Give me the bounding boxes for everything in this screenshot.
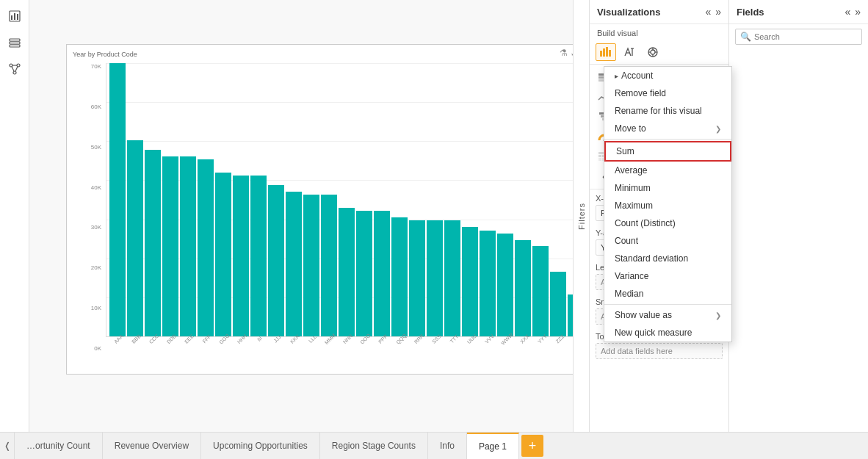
fields-panel-header: Fields « » xyxy=(729,0,868,24)
context-menu-median[interactable]: Median xyxy=(604,285,731,303)
svg-rect-4 xyxy=(10,39,20,41)
maximum-label: Maximum xyxy=(615,200,653,211)
fields-collapse-left[interactable]: « xyxy=(845,6,850,18)
count-label: Count xyxy=(615,236,638,246)
sum-label: Sum xyxy=(616,146,634,156)
svg-rect-5 xyxy=(10,42,20,44)
tab-opportunity-count[interactable]: …ortunity Count xyxy=(15,433,103,459)
context-menu-account[interactable]: ▸ Account xyxy=(604,67,731,84)
context-menu-std-dev[interactable]: Standard deviation xyxy=(604,250,731,267)
bars-area xyxy=(106,63,587,337)
chart-bar[interactable] xyxy=(215,173,231,336)
svg-rect-15 xyxy=(606,47,608,57)
chart-bar[interactable] xyxy=(109,63,126,336)
chart-bar[interactable] xyxy=(391,217,408,336)
move-to-chevron: ❯ xyxy=(715,125,721,133)
svg-point-21 xyxy=(651,50,655,54)
chart-bar[interactable] xyxy=(286,192,302,336)
chart-bar[interactable] xyxy=(444,220,460,336)
context-menu-new-quick-measure[interactable]: New quick measure xyxy=(604,324,731,341)
show-value-label: Show value as xyxy=(615,310,672,320)
chart-bar[interactable] xyxy=(233,176,249,336)
fields-panel-arrows: « » xyxy=(845,6,861,18)
tab-revenue-overview[interactable]: Revenue Overview xyxy=(103,433,201,459)
chart-visual[interactable]: Year by Product Code ⚗ ⤢ ··· 70K 60K 50K… xyxy=(66,44,589,375)
chart-bar[interactable] xyxy=(480,231,496,336)
chart-bar[interactable] xyxy=(250,176,267,336)
svg-line-11 xyxy=(12,67,14,72)
tab-add-button[interactable]: + xyxy=(521,435,543,457)
context-menu-sum[interactable]: Sum xyxy=(604,141,731,162)
chart-bar[interactable] xyxy=(162,156,178,336)
new-quick-measure-label: New quick measure xyxy=(615,328,692,338)
viz-collapse-left[interactable]: « xyxy=(705,6,711,18)
y-label-60k: 60K xyxy=(91,104,101,110)
chart-bar[interactable] xyxy=(321,195,337,336)
tab-info[interactable]: Info xyxy=(428,433,467,459)
context-menu-count-distinct[interactable]: Count (Distinct) xyxy=(604,214,731,232)
viz-panel-arrows: « » xyxy=(705,6,721,18)
viz-tab-chart[interactable] xyxy=(596,43,616,61)
context-menu-rename[interactable]: Rename for this visual xyxy=(604,102,731,120)
chart-bar[interactable] xyxy=(180,156,196,336)
chart-bar[interactable] xyxy=(550,272,566,336)
tab-region-stage-counts[interactable]: Region Stage Counts xyxy=(320,433,428,459)
tooltips-dropzone[interactable]: Add data fields here xyxy=(596,343,723,359)
viz-tab-format[interactable] xyxy=(619,43,640,61)
chart-bar[interactable] xyxy=(356,211,372,336)
context-menu-move-to[interactable]: Move to ❯ xyxy=(604,120,731,137)
fields-collapse-right[interactable]: » xyxy=(855,6,861,18)
show-value-chevron: ❯ xyxy=(715,311,721,319)
context-menu-remove-field[interactable]: Remove field xyxy=(604,84,731,102)
chart-bar[interactable] xyxy=(497,234,513,336)
viz-tab-analytics[interactable] xyxy=(643,43,663,61)
fields-panel: Fields « » 🔍 xyxy=(728,0,868,432)
chart-bar[interactable] xyxy=(409,220,425,336)
search-input[interactable] xyxy=(754,32,857,41)
filter-icon[interactable]: ⚗ xyxy=(560,48,568,58)
remove-field-label: Remove field xyxy=(615,88,666,98)
chart-bar[interactable] xyxy=(145,150,161,336)
fields-panel-title: Fields xyxy=(737,7,764,18)
left-sidebar xyxy=(0,0,29,432)
svg-rect-16 xyxy=(609,50,611,57)
y-label-20k: 20K xyxy=(91,264,101,271)
svg-rect-86 xyxy=(598,158,601,161)
context-menu-variance[interactable]: Variance xyxy=(604,267,731,285)
model-icon[interactable] xyxy=(4,59,25,79)
context-menu: ▸ Account Remove field Rename for this v… xyxy=(604,66,732,342)
chart-bar[interactable] xyxy=(198,159,214,336)
context-menu-show-value[interactable]: Show value as ❯ xyxy=(604,306,731,324)
tab-opportunity-count-label: …ortunity Count xyxy=(26,441,90,451)
chart-bar[interactable] xyxy=(374,211,390,336)
average-label: Average xyxy=(615,165,647,176)
chart-bar[interactable] xyxy=(427,220,443,336)
context-menu-maximum[interactable]: Maximum xyxy=(604,197,731,214)
tab-page-1[interactable]: Page 1 xyxy=(467,433,519,459)
context-menu-minimum[interactable]: Minimum xyxy=(604,179,731,197)
rename-label: Rename for this visual xyxy=(615,106,702,116)
chart-bar[interactable] xyxy=(268,185,284,336)
filters-bar: Filters xyxy=(573,0,589,432)
tab-upcoming-opportunities[interactable]: Upcoming Opportunities xyxy=(201,433,320,459)
minimum-label: Minimum xyxy=(615,183,651,193)
chart-bar[interactable] xyxy=(515,240,531,336)
context-menu-divider-2 xyxy=(604,304,731,305)
chart-bar[interactable] xyxy=(532,246,549,336)
fields-search-box[interactable]: 🔍 xyxy=(735,29,862,45)
chart-bar[interactable] xyxy=(339,208,355,336)
report-icon[interactable] xyxy=(4,6,25,26)
context-menu-count[interactable]: Count xyxy=(604,232,731,250)
search-icon: 🔍 xyxy=(740,32,751,42)
viz-collapse-right[interactable]: » xyxy=(715,6,721,18)
data-icon[interactable] xyxy=(4,32,25,53)
chart-bar[interactable] xyxy=(127,140,143,336)
tab-info-label: Info xyxy=(440,441,455,451)
chart-bar[interactable] xyxy=(462,227,478,336)
tab-bar-prev[interactable]: ❬ xyxy=(0,433,15,459)
tab-bar: ❬ …ortunity Count Revenue Overview Upcom… xyxy=(0,432,868,459)
chart-bar[interactable] xyxy=(303,195,319,336)
y-label-40k: 40K xyxy=(91,184,101,191)
svg-rect-13 xyxy=(600,51,602,57)
context-menu-average[interactable]: Average xyxy=(604,162,731,179)
